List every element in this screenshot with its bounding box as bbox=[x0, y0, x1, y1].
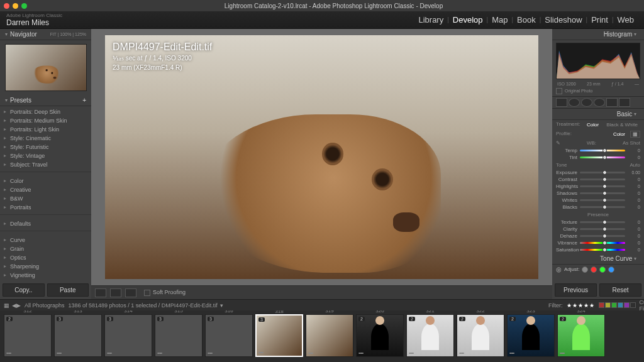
profile-browser-icon[interactable]: ▦ bbox=[630, 131, 640, 138]
preset-item[interactable]: Portraits: Deep Skin bbox=[0, 107, 91, 116]
filmstrip-thumb[interactable]: 319••••• bbox=[306, 314, 353, 357]
copy-button[interactable]: Copy.. bbox=[3, 283, 45, 297]
crop-icon[interactable] bbox=[556, 98, 567, 107]
chevron-down-icon[interactable]: ▾ bbox=[220, 302, 223, 309]
module-slideshow[interactable]: Slideshow bbox=[541, 15, 586, 25]
navigator-thumbnail[interactable] bbox=[5, 44, 87, 91]
preset-item[interactable]: Grain bbox=[0, 244, 91, 253]
saturation-slider[interactable]: Saturation0 bbox=[552, 246, 644, 253]
filmstrip-thumb[interactable]: 3183••••• bbox=[255, 314, 303, 357]
curve-channel-green[interactable] bbox=[599, 266, 606, 273]
navigator-header[interactable]: ▾ Navigator FIT | 100% | 125% bbox=[0, 29, 91, 40]
auto-tone-button[interactable]: Auto bbox=[630, 162, 640, 168]
module-web[interactable]: Web bbox=[614, 15, 638, 25]
grid-icon[interactable]: ▦ bbox=[4, 302, 9, 309]
close-icon[interactable] bbox=[4, 3, 9, 9]
plus-icon[interactable]: + bbox=[82, 97, 86, 104]
filmstrip-thumb[interactable]: 3163••••• bbox=[205, 314, 253, 357]
original-photo-toggle[interactable]: Original Photo bbox=[552, 88, 644, 96]
tonecurve-header[interactable]: Tone Curve ▾ bbox=[552, 253, 644, 265]
preset-item[interactable]: Curve bbox=[0, 236, 91, 244]
nav-fwd-icon[interactable]: ▶ bbox=[16, 302, 21, 309]
filmstrip-thumb[interactable]: 3133••••• bbox=[54, 314, 102, 357]
module-print[interactable]: Print bbox=[587, 15, 612, 25]
folder-path[interactable]: All Photographs bbox=[25, 302, 65, 309]
filmstrip-thumb[interactable]: 3122••••• bbox=[4, 314, 52, 357]
target-adjust-icon[interactable]: ◎ bbox=[556, 266, 562, 273]
texture-slider[interactable]: Texture0 bbox=[552, 219, 644, 226]
paste-button[interactable]: Paste bbox=[47, 283, 89, 297]
redeye-icon[interactable] bbox=[581, 98, 592, 107]
preset-item[interactable]: Creative bbox=[0, 185, 91, 194]
shadows-slider[interactable]: Shadows0 bbox=[552, 190, 644, 197]
custom-filter-select[interactable]: Custom Filter bbox=[640, 299, 645, 312]
heal-icon[interactable] bbox=[569, 98, 580, 107]
dehaze-slider[interactable]: Dehaze0 bbox=[552, 233, 644, 239]
previous-button[interactable]: Previous bbox=[555, 283, 597, 297]
module-develop[interactable]: Develop bbox=[449, 15, 487, 25]
histogram-header[interactable]: Histogram ▾ bbox=[552, 29, 644, 40]
module-book[interactable]: Book bbox=[513, 15, 540, 25]
image-preview[interactable]: DMPI4497-Edit-Edit.tif ⅟₁₂₅ sec at ƒ / 1… bbox=[105, 35, 538, 279]
curve-channel-red[interactable] bbox=[591, 266, 597, 273]
nav-back-icon[interactable]: ◀ bbox=[12, 302, 16, 309]
highlights-slider[interactable]: Highlights0 bbox=[552, 183, 644, 190]
reset-button[interactable]: Reset bbox=[599, 283, 641, 297]
filmstrip-thumb[interactable]: 3222••••• bbox=[457, 314, 504, 357]
blacks-slider[interactable]: Blacks0 bbox=[552, 204, 644, 211]
tint-slider[interactable]: Tint0 bbox=[552, 154, 644, 161]
filmstrip-thumb[interactable]: 3232••••• bbox=[507, 314, 555, 357]
preset-item[interactable]: Style: Vintage bbox=[0, 151, 91, 160]
mask-icon[interactable] bbox=[594, 98, 605, 107]
zoom-icon[interactable] bbox=[21, 3, 27, 9]
whites-slider[interactable]: Whites0 bbox=[552, 197, 644, 204]
module-map[interactable]: Map bbox=[488, 15, 511, 25]
color-label-filter[interactable] bbox=[599, 302, 636, 308]
preset-item[interactable]: Portraits: Light Skin bbox=[0, 125, 91, 134]
layout-icon[interactable] bbox=[125, 288, 136, 297]
contrast-slider[interactable]: Contrast0 bbox=[552, 176, 644, 183]
preset-item[interactable]: Style: Cinematic bbox=[0, 134, 91, 143]
preset-item[interactable]: Subject: Travel bbox=[0, 160, 91, 169]
preset-item[interactable]: B&W bbox=[0, 194, 91, 203]
curve-channel-blue[interactable] bbox=[608, 266, 614, 273]
window-traffic-lights[interactable] bbox=[4, 3, 27, 9]
vibrance-slider[interactable]: Vibrance0 bbox=[552, 239, 644, 246]
preset-item[interactable]: Portraits: Medium Skin bbox=[0, 116, 91, 125]
exposure-slider[interactable]: Exposure0.00 bbox=[552, 169, 644, 176]
wb-picker-icon[interactable]: ✎ bbox=[556, 140, 560, 146]
minimize-icon[interactable] bbox=[13, 3, 18, 9]
nav-fit[interactable]: FIT bbox=[50, 32, 56, 36]
filmstrip[interactable]: 3122•••••3133•••••3143•••••3153•••••3163… bbox=[0, 310, 644, 362]
preset-item[interactable]: Defaults bbox=[0, 219, 91, 228]
preset-item[interactable]: Vignetting bbox=[0, 271, 91, 280]
nav-pct[interactable]: 125% bbox=[75, 32, 86, 36]
filmstrip-thumb[interactable]: 3153••••• bbox=[155, 314, 203, 357]
preset-item[interactable]: Color bbox=[0, 177, 91, 185]
preset-item[interactable]: Portraits bbox=[0, 203, 91, 212]
soft-proof-toggle[interactable]: Soft Proofing bbox=[144, 289, 186, 296]
checkbox-icon[interactable] bbox=[144, 290, 150, 296]
curve-channel-all[interactable] bbox=[582, 266, 588, 273]
filmstrip-thumb[interactable]: 3212••••• bbox=[406, 314, 454, 357]
preset-item[interactable]: Style: Futuristic bbox=[0, 143, 91, 151]
clarity-slider[interactable]: Clarity0 bbox=[552, 226, 644, 233]
histogram[interactable] bbox=[556, 43, 640, 79]
module-library[interactable]: Library bbox=[414, 15, 447, 25]
rating-filter[interactable]: ★★★★★ bbox=[567, 302, 595, 309]
preset-item[interactable]: Sharpening bbox=[0, 262, 91, 271]
radial-icon[interactable] bbox=[606, 98, 618, 107]
temp-slider[interactable]: Temp0 bbox=[552, 147, 644, 154]
treatment-bw[interactable]: Black & White bbox=[604, 121, 640, 128]
presets-header[interactable]: ▾ Presets + bbox=[0, 95, 91, 106]
nav-fill[interactable]: 100% bbox=[60, 32, 71, 36]
treatment-color[interactable]: Color bbox=[584, 121, 601, 128]
wb-select[interactable]: As Shot bbox=[623, 140, 640, 146]
basic-header[interactable]: Basic ▾ bbox=[552, 109, 644, 120]
filmstrip-thumb[interactable]: 3143••••• bbox=[104, 314, 152, 357]
filmstrip-thumb[interactable]: 3242••••• bbox=[557, 314, 605, 357]
profile-select[interactable]: Color bbox=[611, 131, 628, 138]
filmstrip-thumb[interactable]: 3202••••• bbox=[356, 314, 404, 357]
loupe-view-icon[interactable] bbox=[95, 288, 106, 297]
brush-icon[interactable] bbox=[619, 98, 630, 107]
